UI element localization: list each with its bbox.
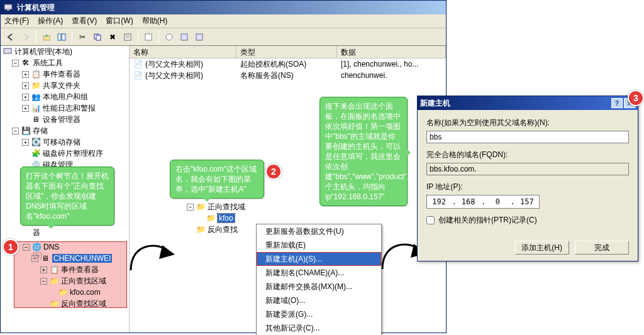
expand-icon[interactable]: + [22, 139, 29, 146]
step-badge-1: 1 [3, 239, 19, 255]
expand-icon[interactable]: + [22, 71, 29, 78]
svg-point-11 [166, 34, 172, 40]
flow-arrow-1 [125, 233, 181, 283]
toolbar: ✂ ✖ [1, 28, 446, 46]
name-input[interactable] [426, 131, 629, 143]
ip-octet-4[interactable]: 157 [516, 197, 538, 206]
ctx-reload-data[interactable]: 更新服务器数据文件(U) [257, 224, 381, 238]
tooltip-2: 右击"kfoo.com"这个区域名，就会有如下图的菜单，选中"新建主机A" [170, 160, 264, 199]
tool-button-1[interactable] [177, 30, 191, 44]
expand-icon[interactable]: + [22, 82, 29, 89]
help-button[interactable] [162, 30, 176, 44]
delete-button[interactable]: ✖ [106, 30, 119, 44]
dialog-title: 新建主机 [420, 98, 450, 109]
mini-tree-forward[interactable]: −📁正向查找域 [187, 201, 256, 212]
dialog-titlebar: 新建主机 ? ✕ [418, 96, 638, 110]
ctx-new-delegation[interactable]: 新建委派(G)... [257, 307, 381, 321]
menu-window[interactable]: 窗口(W) [106, 16, 133, 26]
window-title: 计算机管理 [17, 3, 55, 13]
collapse-icon[interactable]: − [12, 128, 19, 135]
add-host-button[interactable]: 添加主机(H) [515, 241, 569, 255]
help-button[interactable]: ? [611, 98, 623, 108]
copy-button[interactable] [91, 30, 104, 44]
collapse-icon[interactable]: − [12, 60, 19, 67]
expand-icon[interactable]: + [40, 266, 47, 273]
collapse-icon[interactable]: − [40, 278, 47, 285]
forward-button[interactable] [19, 30, 33, 44]
menu-view[interactable]: 查看(V) [72, 16, 97, 26]
tools-icon: 🛠 [21, 58, 31, 68]
step-badge-3: 3 [628, 90, 644, 106]
svg-rect-14 [4, 48, 11, 53]
name-label: 名称(如果为空则使用其父域名称)(N): [426, 118, 629, 128]
tree-zone-kfoo[interactable]: 📁kfoo.com [49, 287, 112, 298]
tooltip-1: 打开这个树节点！展开机器名下面有个"正向查找区域"，你会发现创建DNS时填写的区… [20, 167, 114, 226]
tree-root[interactable]: 计算机管理(本地) [2, 46, 129, 57]
svg-rect-13 [196, 34, 203, 40]
ctx-new-mx[interactable]: 新建邮件交换器(MX)(M)... [257, 280, 381, 294]
done-button[interactable]: 完成 [575, 241, 629, 255]
collapse-icon[interactable]: − [187, 204, 194, 211]
svg-rect-0 [4, 4, 12, 9]
record-icon: 📄 [133, 71, 143, 80]
collapse-icon[interactable]: − [23, 244, 30, 251]
tree-reverse-zones[interactable]: 📁反向查找区域 [40, 298, 112, 309]
col-header-type[interactable]: 类型 [236, 46, 337, 58]
event-viewer-icon: 📋 [49, 265, 59, 275]
list-row[interactable]: 📄(与父文件夹相同) 起始授权机构(SOA) [1], chenchunwei.… [130, 58, 446, 70]
new-host-dialog: 新建主机 ? ✕ 名称(如果为空则使用其父域名称)(N): 完全合格的域名(FQ… [417, 96, 638, 261]
tooltip-3: 接下来会出现这个面板，在面板的名选项中依次填好值！第一项图中"bbs"的主域就是… [319, 97, 408, 206]
server-icon: 🖥 [40, 253, 50, 263]
ip-octet-3[interactable]: 0 [486, 197, 509, 206]
ptr-checkbox[interactable] [426, 216, 435, 224]
ctx-new-host[interactable]: 新建主机(A)(S)... [257, 252, 381, 266]
cell-data: [1], chenchunwei., ho... [337, 60, 446, 69]
tree-obscured-1[interactable]: 器 [12, 227, 129, 238]
cell-type: 起始授权机构(SOA) [236, 59, 337, 70]
tree-storage[interactable]: − 💾 存储 [12, 125, 129, 136]
event-viewer-icon: 📋 [31, 69, 41, 79]
dns-icon: 🌐 [31, 242, 42, 252]
refresh-button[interactable] [142, 30, 155, 44]
tree-perf-logs[interactable]: +📊性能日志和警报 [22, 102, 129, 114]
show-tree-button[interactable] [55, 30, 69, 44]
back-button[interactable] [4, 30, 18, 44]
col-header-data[interactable]: 数据 [337, 46, 446, 58]
mini-tree-reverse[interactable]: 📁反向查找 [187, 224, 256, 235]
ctx-other-new[interactable]: 其他新记录(C)... [257, 321, 381, 335]
tree-forward-zones[interactable]: −📁正向查找区域 [40, 275, 112, 287]
menu-action[interactable]: 操作(A) [38, 16, 63, 26]
tree-dns-server[interactable]: −🖥CHENCHUNWEI [31, 253, 112, 264]
cut-button[interactable]: ✂ [75, 30, 89, 44]
ctx-new-domain[interactable]: 新建域(O)... [257, 294, 381, 307]
list-row[interactable]: 📄(与父文件夹相同) 名称服务器(NS) chenchunwei. [130, 70, 446, 81]
tree-device-mgr[interactable]: 🖥设备管理器 [22, 114, 129, 125]
expand-icon[interactable]: + [22, 105, 29, 112]
ip-input[interactable]: 192. 168. 0. 157 [426, 195, 540, 209]
tool-button-2[interactable] [192, 30, 206, 44]
dns-subtree: −🌐DNS −🖥CHENCHUNWEI +📋事件查看器 −📁正向查找区域 📁kf… [14, 241, 112, 309]
tree-dns[interactable]: −🌐DNS [23, 241, 112, 253]
col-header-name[interactable]: 名称 [130, 46, 236, 58]
properties-button[interactable] [121, 30, 135, 44]
up-folder-button[interactable] [40, 30, 53, 44]
ip-octet-1[interactable]: 192 [428, 197, 450, 206]
expand-icon[interactable]: + [22, 94, 29, 101]
menu-help[interactable]: 帮助(H) [142, 16, 168, 26]
mini-tree-step2: −📁正向查找域 📁kfoo 📁反向查找 [187, 201, 256, 235]
tree-shared-folders[interactable]: +📁共享文件夹 [22, 80, 129, 91]
removable-icon: 💽 [31, 137, 41, 147]
tree-event-viewer[interactable]: +📋事件查看器 [22, 69, 129, 80]
ctx-reload[interactable]: 重新加载(E) [257, 238, 381, 252]
tree-local-users[interactable]: +👥本地用户和组 [22, 91, 129, 102]
tree-removable[interactable]: +💽可移动存储 [22, 136, 129, 148]
mini-tree-kfoo[interactable]: 📁kfoo [187, 212, 256, 224]
tree-srv-event-viewer[interactable]: +📋事件查看器 [40, 264, 112, 275]
tree-defrag[interactable]: 🧩磁盘碎片整理程序 [22, 148, 129, 159]
menu-file[interactable]: 文件(F) [4, 16, 29, 26]
collapse-icon[interactable]: − [31, 255, 38, 262]
tree-system-tools[interactable]: − 🛠 系统工具 [12, 57, 129, 69]
ip-octet-2[interactable]: 168 [457, 197, 480, 206]
menubar: 文件(F) 操作(A) 查看(V) 窗口(W) 帮助(H) [1, 14, 446, 28]
ctx-new-alias[interactable]: 新建别名(CNAME)(A)... [257, 266, 381, 280]
